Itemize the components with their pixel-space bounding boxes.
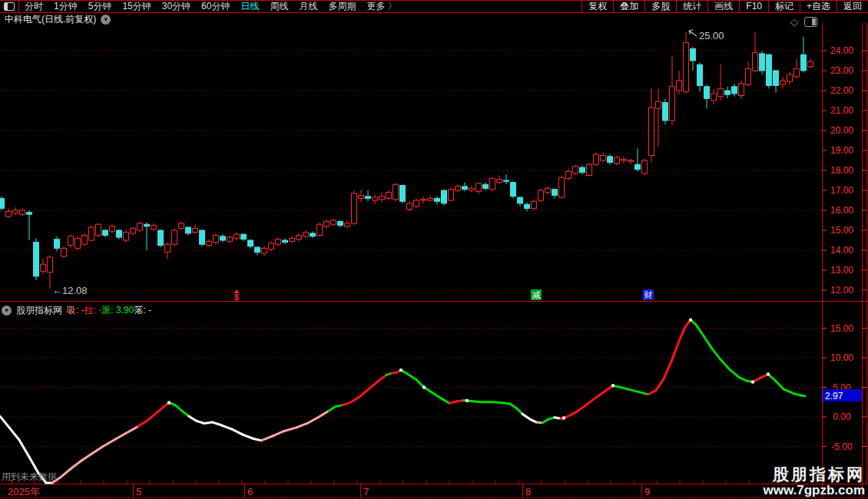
candle-body bbox=[573, 167, 578, 173]
indicator-segment bbox=[307, 418, 318, 424]
indicator-param-拉: 拉: - bbox=[84, 305, 102, 316]
indicator-segment bbox=[212, 422, 221, 425]
candle-body bbox=[725, 91, 731, 94]
indicator-segment bbox=[648, 390, 656, 394]
price-label: 14.00 bbox=[830, 245, 853, 256]
candle bbox=[310, 231, 316, 238]
candle-body bbox=[469, 188, 475, 190]
candle-body bbox=[691, 48, 696, 61]
candle-body bbox=[774, 71, 779, 86]
candle-body bbox=[739, 84, 744, 96]
indicator-segment bbox=[704, 336, 711, 348]
candle bbox=[373, 194, 378, 204]
indicator-segment bbox=[297, 423, 307, 427]
candle bbox=[753, 33, 758, 73]
candle-body bbox=[303, 233, 309, 236]
candle-body bbox=[34, 243, 39, 276]
candle bbox=[41, 258, 46, 274]
candle bbox=[276, 237, 281, 246]
candle bbox=[545, 187, 551, 194]
month-label: 8 bbox=[525, 486, 531, 497]
indicator-segment bbox=[671, 341, 679, 361]
candle bbox=[27, 210, 32, 240]
candle-body bbox=[241, 234, 247, 240]
indicator-params: 吸: -拉: -派: 3.90落: - bbox=[67, 304, 151, 317]
candle-body bbox=[331, 220, 336, 224]
candle bbox=[220, 234, 226, 242]
indicator-collapse-icon[interactable]: ▾ bbox=[2, 306, 12, 316]
candle-body bbox=[414, 200, 419, 207]
turn-dot bbox=[562, 416, 565, 419]
candle bbox=[131, 227, 136, 235]
candle bbox=[615, 156, 620, 166]
candle-body bbox=[760, 54, 765, 71]
indicator-segment bbox=[739, 377, 747, 381]
indicator-segment bbox=[721, 359, 730, 369]
candle-body bbox=[48, 257, 53, 273]
candle-body bbox=[352, 193, 357, 223]
candle bbox=[255, 246, 260, 256]
price-label: 12.00 bbox=[830, 285, 853, 296]
value-label: -5.00 bbox=[831, 441, 853, 452]
candle bbox=[117, 230, 122, 240]
dividend-marker: $ bbox=[234, 292, 239, 302]
candle bbox=[207, 240, 212, 247]
candle-body bbox=[13, 210, 18, 213]
turn-dot bbox=[767, 372, 770, 375]
candle-body bbox=[559, 177, 565, 197]
candle bbox=[366, 190, 371, 201]
candle-body bbox=[89, 227, 94, 240]
candle bbox=[704, 84, 710, 108]
candle-body bbox=[393, 184, 399, 200]
candle bbox=[801, 37, 807, 73]
indicator-segment bbox=[595, 392, 604, 398]
indicator-segment bbox=[679, 327, 685, 341]
candle bbox=[75, 236, 81, 250]
candle bbox=[538, 188, 544, 202]
indicator-segment bbox=[156, 407, 164, 413]
candle-body bbox=[462, 187, 468, 190]
indicator-segment bbox=[433, 393, 442, 399]
candle bbox=[711, 90, 717, 105]
candle-body bbox=[172, 230, 177, 244]
indicator-param-派: 派: 3.90 bbox=[101, 305, 134, 316]
candle-body bbox=[27, 213, 32, 215]
candle bbox=[518, 197, 523, 207]
candle bbox=[352, 190, 357, 226]
candle-body bbox=[621, 160, 627, 160]
candle bbox=[317, 223, 323, 236]
indicator-segment bbox=[127, 426, 138, 432]
price-label: 22.00 bbox=[830, 85, 853, 96]
turn-dot bbox=[751, 380, 754, 383]
price-annotation: ←12.08 bbox=[52, 285, 88, 296]
indicator-segment bbox=[81, 454, 92, 461]
indicator-segment bbox=[378, 375, 386, 381]
indicator-segment bbox=[183, 411, 189, 416]
candle bbox=[462, 183, 468, 192]
value-label: 10.00 bbox=[830, 352, 853, 363]
year-label: 2025年 bbox=[8, 486, 40, 497]
price-label: 18.00 bbox=[830, 165, 853, 176]
candle-body bbox=[234, 234, 240, 238]
candle bbox=[61, 246, 67, 259]
price-label: 21.00 bbox=[830, 105, 853, 116]
watermark-url: www.7gpzb.com bbox=[763, 483, 865, 498]
candle bbox=[601, 153, 606, 163]
candle-body bbox=[490, 178, 495, 189]
candle bbox=[725, 87, 731, 99]
indicator-segment bbox=[175, 405, 183, 411]
candle-body bbox=[656, 101, 661, 108]
candle bbox=[718, 64, 724, 101]
candle-body bbox=[663, 103, 668, 121]
price-label: 20.00 bbox=[830, 125, 853, 136]
candle bbox=[421, 197, 426, 203]
price-label: 23.00 bbox=[830, 65, 853, 76]
candle bbox=[89, 226, 94, 242]
candle-body bbox=[310, 233, 316, 236]
candle-body bbox=[456, 187, 461, 190]
candle bbox=[684, 32, 689, 94]
candle bbox=[338, 220, 343, 227]
candle-body bbox=[532, 201, 537, 208]
candle bbox=[144, 223, 150, 250]
candle bbox=[442, 190, 447, 206]
